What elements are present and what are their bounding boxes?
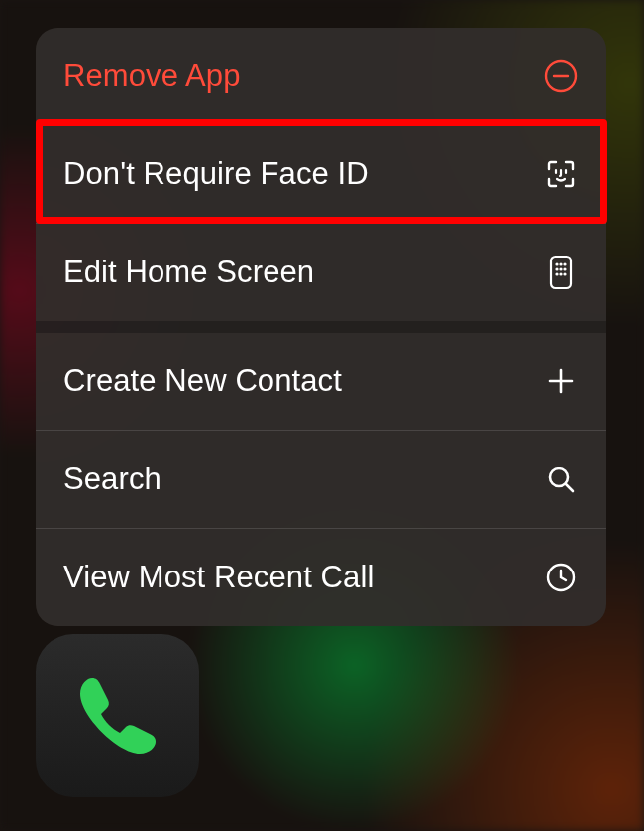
search-icon [543,462,579,497]
edit-home-screen-item[interactable]: Edit Home Screen [36,224,606,321]
svg-rect-4 [551,257,571,288]
search-item[interactable]: Search [36,431,606,528]
svg-point-10 [563,267,566,270]
dont-require-faceid-item[interactable]: Don't Require Face ID [36,126,606,223]
remove-circle-icon [543,58,579,94]
search-label: Search [63,462,161,497]
remove-app-label: Remove App [63,58,241,94]
view-most-recent-call-item[interactable]: View Most Recent Call [36,529,606,626]
context-menu: Remove App Don't Require Face ID [36,28,606,626]
phone-app-icon[interactable] [36,634,199,797]
svg-point-9 [559,267,562,270]
svg-line-17 [566,484,573,491]
faceid-label: Don't Require Face ID [63,156,369,192]
svg-point-11 [555,272,558,275]
create-new-contact-item[interactable]: Create New Contact [36,333,606,430]
svg-point-7 [563,262,566,265]
apps-phone-icon [543,255,579,290]
plus-icon [543,364,579,399]
svg-point-6 [559,262,562,265]
remove-app-item[interactable]: Remove App [36,28,606,125]
create-contact-label: Create New Contact [63,364,342,399]
svg-point-13 [563,272,566,275]
clock-icon [543,560,579,595]
recent-call-label: View Most Recent Call [63,560,374,595]
svg-point-12 [559,272,562,275]
svg-point-5 [555,262,558,265]
edit-home-label: Edit Home Screen [63,255,314,290]
svg-point-8 [555,267,558,270]
phone-icon [68,667,167,766]
faceid-icon [543,156,579,192]
section-divider [36,321,606,333]
